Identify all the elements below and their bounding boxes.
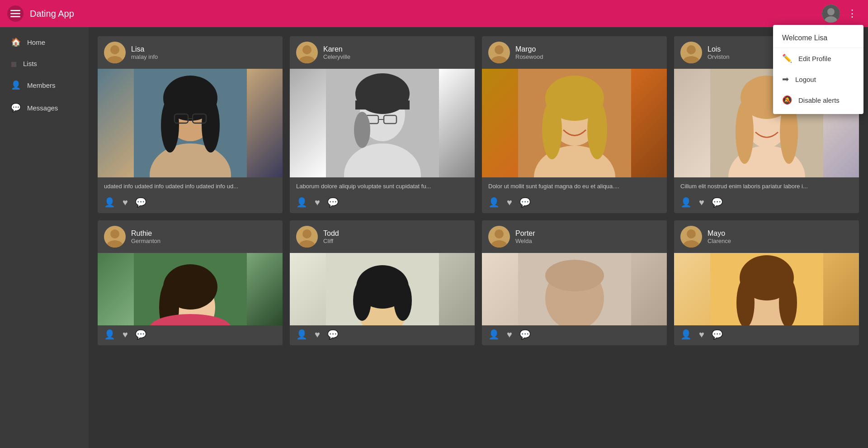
svg-point-14 (161, 98, 179, 153)
svg-point-15 (202, 98, 220, 153)
card-photo-porter (482, 253, 667, 325)
more-options-button[interactable]: ⋮ (844, 6, 861, 21)
profile-action-karen[interactable]: 👤 (296, 197, 307, 208)
card-actions-lisa: 👤 ♥ 💬 (98, 193, 283, 213)
svg-point-4 (827, 8, 835, 15)
sidebar-item-home[interactable]: 🏠 Home (0, 31, 89, 53)
profile-action-todd[interactable]: 👤 (296, 329, 307, 340)
card-name-karen: Karen (323, 45, 350, 53)
messages-icon: 💬 (11, 103, 21, 113)
card-header-ruthie: Ruthie Germanton (98, 220, 283, 253)
member-card-ruthie: Ruthie Germanton (98, 220, 283, 345)
card-photo-karen (290, 69, 475, 177)
svg-point-20 (302, 45, 311, 54)
profile-action-mayo[interactable]: 👤 (680, 329, 692, 340)
like-action-todd[interactable]: ♥ (315, 329, 320, 340)
svg-point-63 (353, 280, 371, 321)
like-action-ruthie[interactable]: ♥ (123, 329, 128, 340)
svg-rect-1 (10, 13, 20, 14)
card-info-todd: Todd Cliff (323, 229, 339, 244)
message-action-margo[interactable]: 💬 (519, 197, 531, 208)
profile-action-ruthie[interactable]: 👤 (104, 329, 115, 340)
sidebar-item-lists[interactable]: ▦ Lists (0, 53, 89, 74)
profile-action-porter[interactable]: 👤 (488, 329, 500, 340)
card-name-porter: Porter (515, 229, 535, 238)
message-action-lisa[interactable]: 💬 (135, 197, 146, 208)
edit-profile-button[interactable]: ✏️ Edit Profile (773, 48, 863, 69)
card-avatar-todd (296, 226, 318, 248)
disable-alerts-button[interactable]: 🔕 Disable alerts (773, 90, 863, 110)
svg-point-78 (779, 278, 797, 325)
sidebar-label-messages: Messages (27, 104, 58, 112)
card-location-karen: Celeryville (323, 53, 350, 60)
svg-point-77 (736, 278, 755, 325)
photo-placeholder-todd (290, 253, 475, 325)
bell-off-icon: 🔕 (782, 95, 792, 105)
message-action-lois[interactable]: 💬 (712, 197, 723, 208)
card-actions-ruthie: 👤 ♥ 💬 (98, 325, 283, 345)
like-action-karen[interactable]: ♥ (315, 197, 320, 208)
disable-alerts-label: Disable alerts (798, 96, 840, 104)
message-action-porter[interactable]: 💬 (519, 329, 531, 340)
card-info-margo: Margo Rosewood (515, 45, 543, 60)
logout-label: Logout (795, 76, 816, 83)
like-action-porter[interactable]: ♥ (507, 329, 512, 340)
like-action-lisa[interactable]: ♥ (123, 197, 128, 208)
message-action-mayo[interactable]: 💬 (712, 329, 723, 340)
card-info-mayo: Mayo Clarence (708, 229, 731, 244)
card-location-lisa: malay info (131, 53, 158, 60)
profile-action-margo[interactable]: 👤 (488, 197, 500, 208)
logout-button[interactable]: ➡ Logout (773, 69, 863, 90)
card-location-todd: Cliff (323, 238, 339, 244)
card-location-porter: Welda (515, 238, 535, 244)
card-location-mayo: Clarence (708, 238, 731, 244)
sidebar-label-home: Home (27, 38, 45, 46)
card-avatar-margo (488, 42, 510, 63)
svg-rect-2 (10, 16, 20, 18)
like-action-lois[interactable]: ♥ (699, 197, 704, 208)
svg-point-38 (542, 100, 562, 159)
card-location-lois: Orviston (708, 53, 729, 60)
like-action-margo[interactable]: ♥ (507, 197, 512, 208)
card-name-ruthie: Ruthie (131, 229, 160, 238)
lists-icon: ▦ (11, 60, 17, 67)
sidebar-label-lists: Lists (23, 60, 37, 67)
sidebar-label-members: Members (27, 81, 56, 89)
hamburger-menu-button[interactable] (7, 5, 24, 22)
photo-placeholder-karen (290, 69, 475, 177)
svg-point-7 (110, 45, 119, 54)
card-name-mayo: Mayo (708, 229, 731, 238)
app-title: Dating App (30, 9, 822, 19)
member-card-mayo: Mayo Clarence 👤 ♥ (674, 220, 859, 345)
profile-action-lisa[interactable]: 👤 (104, 197, 115, 208)
svg-point-58 (302, 229, 311, 238)
message-action-karen[interactable]: 💬 (327, 197, 339, 208)
card-photo-margo (482, 69, 667, 177)
like-action-mayo[interactable]: ♥ (699, 329, 704, 340)
card-avatar-porter (488, 226, 510, 248)
topbar: Dating App ⋮ (0, 0, 868, 27)
member-card-porter: Porter Welda 👤 ♥ 💬 (482, 220, 667, 345)
profile-action-lois[interactable]: 👤 (680, 197, 692, 208)
card-actions-mayo: 👤 ♥ 💬 (674, 325, 859, 345)
card-header-karen: Karen Celeryville (290, 36, 475, 69)
svg-point-32 (495, 45, 504, 54)
card-info-porter: Porter Welda (515, 229, 535, 244)
member-card-margo: Margo Rosewood (482, 36, 667, 213)
card-name-todd: Todd (323, 229, 339, 238)
user-avatar[interactable] (822, 5, 840, 23)
card-photo-lisa (98, 69, 283, 177)
message-action-ruthie[interactable]: 💬 (135, 329, 146, 340)
members-icon: 👤 (11, 80, 21, 90)
card-bio-lisa: udated info udated info udated info udat… (98, 177, 283, 193)
sidebar-item-messages[interactable]: 💬 Messages (0, 96, 89, 119)
card-photo-todd (290, 253, 475, 325)
svg-point-64 (394, 280, 412, 321)
message-action-todd[interactable]: 💬 (327, 329, 339, 340)
sidebar-item-members[interactable]: 👤 Members (0, 74, 89, 96)
card-avatar-lisa (104, 42, 126, 63)
svg-point-70 (545, 260, 604, 291)
card-photo-mayo (674, 253, 859, 325)
card-bio-lois: Cillum elit nostrud enim laboris pariatu… (674, 177, 859, 193)
card-name-lois: Lois (708, 45, 729, 53)
